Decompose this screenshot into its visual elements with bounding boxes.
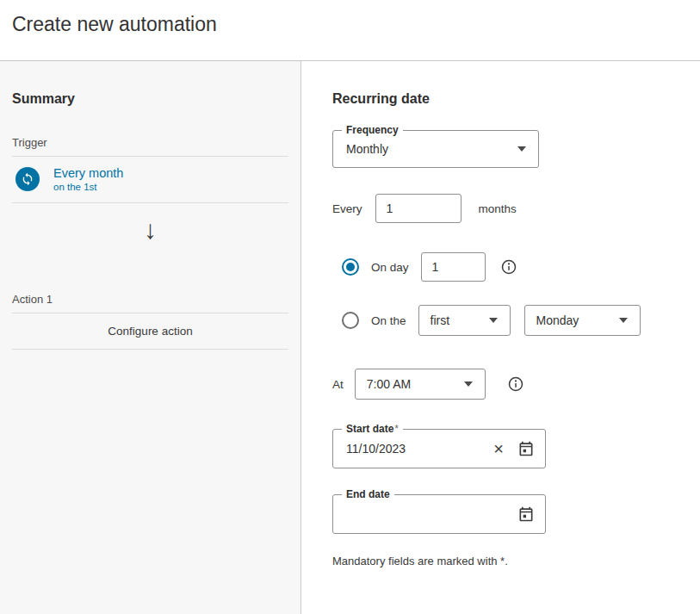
trigger-text: Every month on the 1st <box>53 165 123 194</box>
required-marker: * <box>394 423 399 435</box>
down-arrow-icon: ↓ <box>12 203 288 264</box>
end-date-label: End date <box>342 487 394 502</box>
day-of-month-input[interactable] <box>421 252 486 282</box>
trigger-item[interactable]: Every month on the 1st <box>12 157 288 202</box>
time-select[interactable]: 7:00 AM <box>355 369 486 400</box>
info-icon[interactable] <box>501 259 517 275</box>
calendar-icon[interactable] <box>517 505 535 523</box>
frequency-select[interactable]: Frequency Monthly <box>332 130 539 168</box>
chevron-down-icon <box>464 381 473 387</box>
frequency-label: Frequency <box>342 123 403 138</box>
recurrence-icon <box>15 167 40 191</box>
chevron-down-icon <box>489 318 498 323</box>
every-months-input[interactable] <box>375 194 462 223</box>
ordinal-value: first <box>419 313 489 327</box>
weekday-value: Monday <box>525 313 619 327</box>
on-day-option-row: On day <box>342 252 683 282</box>
info-icon[interactable] <box>508 376 523 392</box>
every-months-row: Every months <box>332 194 683 223</box>
time-value: 7:00 AM <box>356 377 464 391</box>
end-date-field[interactable]: End date <box>332 494 546 534</box>
clear-icon[interactable]: × <box>493 440 504 457</box>
on-the-radio[interactable] <box>342 312 359 329</box>
on-the-label: On the <box>371 314 406 327</box>
on-the-option-row: On the first Monday <box>342 305 683 336</box>
summary-panel: Summary Trigger Every month on the 1st ↓… <box>0 61 301 614</box>
every-label: Every <box>332 202 362 215</box>
mandatory-note: Mandatory fields are marked with *. <box>332 555 683 567</box>
monthly-options: On day On the first Mo <box>332 252 683 336</box>
weekday-select[interactable]: Monday <box>524 305 641 336</box>
on-day-label: On day <box>371 261 409 274</box>
page-header: Create new automation <box>0 0 700 61</box>
divider <box>12 349 288 350</box>
months-label: months <box>479 202 517 215</box>
start-date-label: Start date* <box>342 422 403 437</box>
trigger-section-label: Trigger <box>12 136 288 156</box>
chevron-down-icon <box>517 146 526 152</box>
page-title: Create new automation <box>12 13 686 36</box>
trigger-subtitle: on the 1st <box>53 181 123 193</box>
recurring-date-panel: Recurring date Frequency Monthly Every m… <box>301 61 700 614</box>
configure-action-button[interactable]: Configure action <box>12 313 288 349</box>
trigger-title: Every month <box>53 165 123 181</box>
time-row: At 7:00 AM <box>332 369 683 400</box>
action-section-label: Action 1 <box>12 293 288 313</box>
recurring-date-title: Recurring date <box>332 91 683 107</box>
ordinal-select[interactable]: first <box>418 305 511 336</box>
main-content: Summary Trigger Every month on the 1st ↓… <box>0 61 700 614</box>
summary-title: Summary <box>12 61 288 107</box>
chevron-down-icon <box>619 318 628 323</box>
start-date-field[interactable]: Start date* × <box>332 429 546 468</box>
frequency-value: Monthly <box>333 142 517 156</box>
at-label: At <box>332 378 344 391</box>
on-day-radio[interactable] <box>342 258 359 276</box>
calendar-icon[interactable] <box>517 440 535 457</box>
